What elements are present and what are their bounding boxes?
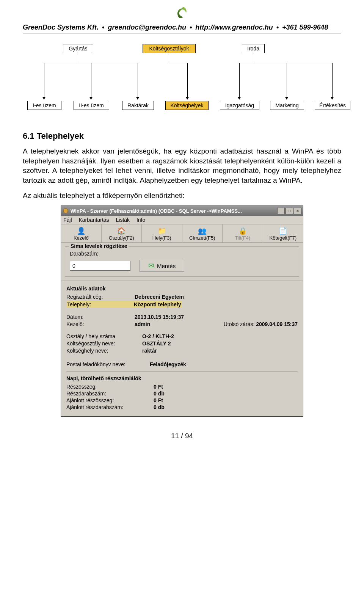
feladokonyv-value: Feladójegyzék <box>150 361 186 367</box>
header-url: http://www.greendoc.hu <box>195 24 273 31</box>
osztaly-hely-value: O-2 / KLTH-2 <box>142 333 174 339</box>
page-number: 11 / 94 <box>23 432 341 440</box>
ajanlott-reszosszeg-value: 0 Ft <box>154 397 163 403</box>
sima-levelek-group: Sima levelek rögzítése Darabszám: ✉ Ment… <box>65 246 299 277</box>
darabszam-input[interactable] <box>70 261 130 271</box>
org-box-ies: I-es üzem <box>27 101 61 110</box>
folder-icon: 📁 <box>143 227 181 235</box>
tool-cimzett[interactable]: 👥Címzett(F5) <box>182 224 223 242</box>
tool-osztaly[interactable]: 🏠Osztály(F2) <box>102 224 142 242</box>
org-box-koltsegosztalyok: Költségosztályok <box>143 44 196 53</box>
reszosszeg-value: 0 Ft <box>154 384 163 390</box>
toolbar: 👤Kezelő 🏠Osztály(F2) 📁Hely(F3) 👥Címzett(… <box>61 224 303 243</box>
batch-icon: 📄 <box>264 227 303 235</box>
koltseghely-value: raktár <box>142 348 157 354</box>
darabszam-label: Darabszám: <box>70 251 294 257</box>
header-company: GreenDoc Systems Kft. <box>23 24 99 31</box>
svg-point-0 <box>63 209 68 213</box>
datum-value: 2013.10.15 15:19:37 <box>135 314 184 320</box>
utolso-zaras-value: 2009.04.09 15:37 <box>256 321 298 327</box>
person-icon: 👤 <box>62 227 100 235</box>
maximize-button[interactable]: □ <box>286 208 293 214</box>
window-title: WinPA - Szerver (Felhasználó:admin) (ODB… <box>71 208 242 214</box>
page-header: GreenDoc Systems Kft. • greendoc@greendo… <box>23 24 341 33</box>
reszdarab-value: 0 db <box>154 391 165 397</box>
house-icon: 🏠 <box>102 227 141 235</box>
koltsegosztaly-value: OSZTÁLY 2 <box>142 340 171 347</box>
addressbook-icon: 👥 <box>183 227 222 235</box>
winpa-window: WinPA - Szerver (Felhasználó:admin) (ODB… <box>61 205 303 417</box>
lock-icon: 🔒 <box>223 227 262 235</box>
header-phone: +361 599-9648 <box>282 24 328 31</box>
org-box-gyartas: Gyártás <box>63 44 93 53</box>
org-box-igaz: Igazgatóság <box>220 101 259 110</box>
menubar: Fájl Karbantartás Listák Info <box>61 216 303 224</box>
org-box-iroda: Iroda <box>242 44 265 53</box>
org-chart: Gyártás Költségosztályok Iroda I-es üzem… <box>25 44 339 116</box>
tool-tilt[interactable]: 🔒Tilt(F4) <box>223 224 263 242</box>
kezelo-value: admin <box>135 321 150 327</box>
mentes-button[interactable]: ✉ Mentés <box>140 260 184 272</box>
tool-kezelo[interactable]: 👤Kezelő <box>61 224 102 242</box>
menu-karbantartas[interactable]: Karbantartás <box>78 217 109 223</box>
menu-listak[interactable]: Listák <box>116 217 130 223</box>
app-icon <box>63 208 69 214</box>
napi-title: Napi, törölhető részszámlálók <box>66 375 298 381</box>
tool-hely[interactable]: 📁Hely(F3) <box>142 224 182 242</box>
menu-fajl[interactable]: Fájl <box>63 217 72 223</box>
tool-kotegelt[interactable]: 📄Kötegelt(F7) <box>263 224 303 242</box>
window-titlebar: WinPA - Szerver (Felhasználó:admin) (ODB… <box>61 206 303 216</box>
telephely-value: Központi telephely <box>134 301 181 307</box>
org-box-koltseghely: Költséghelyek <box>165 101 209 110</box>
aktualis-adatok: Aktuális adatok Regisztrált cég:Debrecen… <box>61 281 303 416</box>
org-box-ertek: Értékesítés <box>315 101 350 110</box>
menu-info[interactable]: Info <box>136 217 145 223</box>
paragraph-1: A telephelyeknek akkor van jelentőségük,… <box>23 146 341 185</box>
aktual-title: Aktuális adatok <box>66 285 298 292</box>
org-box-raktarak: Raktárak <box>122 101 154 110</box>
napi-reszszamlalok: Napi, törölhető részszámlálók Részösszeg… <box>66 371 298 410</box>
header-email: greendoc@greendoc.hu <box>108 24 186 31</box>
section-title: 6.1 Telephelyek <box>23 131 341 141</box>
sima-legend: Sima levelek rögzítése <box>69 243 129 249</box>
org-box-marketing: Marketing <box>270 101 304 110</box>
envelope-plus-icon: ✉ <box>148 262 154 270</box>
ajanlott-reszdarab-value: 0 db <box>154 404 165 410</box>
paragraph-2: Az aktuális telephelyet a főképernyőn el… <box>23 191 341 201</box>
org-box-iies: II-es üzem <box>74 101 109 110</box>
regceg-value: Debreceni Egyetem <box>135 294 184 300</box>
minimize-button[interactable]: _ <box>277 208 285 214</box>
company-logo <box>23 5 341 21</box>
close-button[interactable]: × <box>294 208 301 214</box>
